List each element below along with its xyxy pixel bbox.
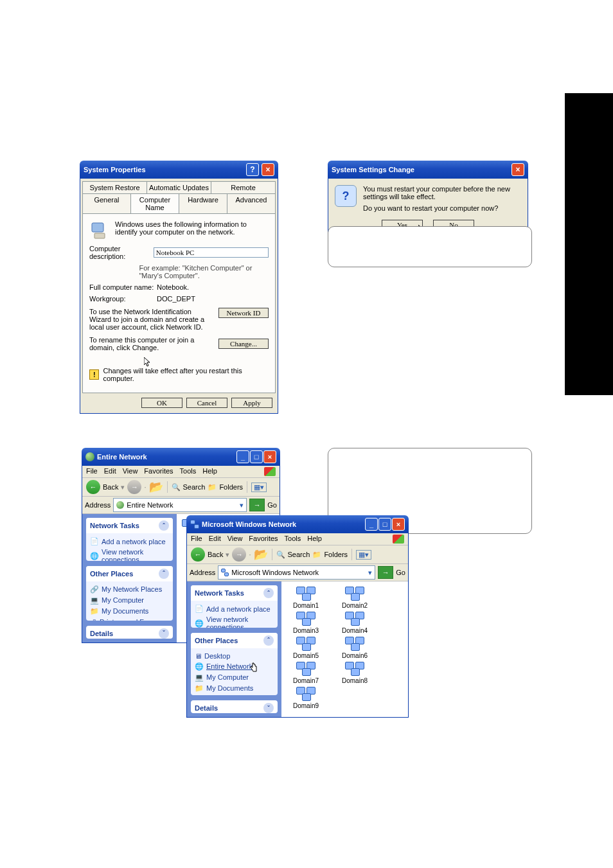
search-icon[interactable]: 🔍 [172, 483, 181, 492]
views-icon[interactable]: ▦▾ [356, 550, 371, 560]
menu-file[interactable]: File [86, 467, 98, 476]
back-icon[interactable]: ← [86, 480, 100, 494]
go-button[interactable]: → [378, 566, 393, 579]
tab-hardware[interactable]: Hardware [179, 193, 227, 213]
chevron-down-icon[interactable]: ˇ [159, 628, 169, 639]
desc-label: Computer description: [89, 245, 154, 260]
tab-automatic-updates[interactable]: Automatic Updates [147, 181, 211, 193]
up-icon[interactable]: 📂 [254, 547, 268, 562]
network-id-button[interactable]: Network ID [218, 308, 269, 318]
restart-warning-text: Changes will take effect after you resta… [103, 367, 269, 382]
chevron-up-icon[interactable]: ˆ [263, 588, 274, 598]
minimize-icon[interactable]: _ [365, 518, 378, 531]
link-my-computer[interactable]: 💻My Computer [90, 595, 169, 606]
maximize-icon[interactable]: □ [378, 518, 391, 531]
domain-item[interactable]: Domain2 [335, 587, 374, 609]
apply-button[interactable]: Apply [231, 398, 272, 408]
link-my-documents[interactable]: 📁My Documents [195, 683, 274, 694]
menu-favorites[interactable]: Favorites [144, 467, 173, 476]
address-input[interactable]: Microsoft Windows Network ▾ [218, 565, 375, 580]
domain-item[interactable]: Domain7 [287, 662, 325, 684]
tab-general[interactable]: General [82, 193, 131, 213]
up-icon[interactable]: 📂 [149, 480, 163, 494]
svg-rect-0 [92, 223, 103, 232]
link-view-network-connections[interactable]: 🌐View network connections [90, 547, 169, 561]
domain-item[interactable]: Domain9 [287, 687, 325, 709]
tab-computer-name[interactable]: Computer Name [130, 193, 179, 213]
chevron-down-icon[interactable]: ▾ [240, 501, 244, 509]
link-printers-faxes[interactable]: 🖨Printers and Faxes [90, 617, 169, 621]
domain-item[interactable]: Domain4 [335, 612, 374, 634]
cancel-button[interactable]: Cancel [186, 398, 227, 408]
menu-edit[interactable]: Edit [209, 535, 221, 544]
chevron-up-icon[interactable]: ˆ [159, 569, 169, 579]
chevron-up-icon[interactable]: ˆ [263, 635, 274, 646]
search-label[interactable]: Search [288, 551, 310, 558]
back-label[interactable]: Back [208, 551, 223, 558]
globe-icon: 🌐 [195, 662, 204, 671]
link-add-network-place[interactable]: 📄Add a network place [90, 536, 169, 547]
folders-icon[interactable]: 📁 [208, 483, 217, 492]
windows-flag-icon [393, 535, 404, 544]
menu-file[interactable]: File [191, 535, 202, 544]
back-label[interactable]: Back [103, 483, 118, 491]
forward-icon[interactable]: → [232, 547, 246, 562]
menu-help[interactable]: Help [307, 535, 322, 544]
chevron-down-icon[interactable]: ▾ [368, 569, 372, 577]
address-input[interactable]: Entire Network ▾ [113, 498, 247, 512]
domain-item[interactable]: Domain5 [287, 637, 325, 659]
titlebar: Microsoft Windows Network _ □ × [186, 515, 409, 533]
go-button[interactable]: → [249, 499, 265, 511]
toolbar: ← Back▾ → · 📂 🔍Search 📁Folders ▦▾ [187, 545, 408, 564]
minimize-icon[interactable]: _ [236, 450, 249, 463]
menu-help[interactable]: Help [202, 467, 217, 476]
search-icon[interactable]: 🔍 [276, 551, 285, 559]
add-place-icon: 📄 [90, 537, 99, 545]
close-icon[interactable]: × [511, 163, 524, 176]
details-panel: Detailsˇ [86, 626, 173, 639]
forward-icon[interactable]: → [127, 480, 141, 494]
computer-icon: 💻 [195, 673, 204, 682]
maximize-icon[interactable]: □ [250, 450, 263, 463]
close-icon[interactable]: × [263, 450, 276, 463]
domain-item[interactable]: Domain1 [287, 587, 325, 609]
menu-favorites[interactable]: Favorites [249, 535, 278, 544]
link-entire-network[interactable]: 🌐Entire Network [195, 661, 274, 672]
link-my-documents[interactable]: 📁My Documents [90, 606, 169, 617]
back-icon[interactable]: ← [191, 547, 205, 562]
ok-button[interactable]: OK [141, 398, 182, 408]
link-my-network-places[interactable]: 🔗My Network Places [90, 584, 169, 595]
tab-system-restore[interactable]: System Restore [82, 181, 147, 193]
tab-remote[interactable]: Remote [211, 181, 276, 193]
chevron-down-icon[interactable]: ˇ [263, 703, 274, 713]
menu-tools[interactable]: Tools [180, 467, 197, 476]
folders-label[interactable]: Folders [324, 551, 348, 558]
domain-item[interactable]: Domain6 [335, 637, 374, 659]
help-icon[interactable]: ? [246, 163, 259, 176]
printer-icon: 🖨 [90, 618, 97, 621]
domain-item[interactable]: Domain8 [335, 662, 374, 684]
folders-label[interactable]: Folders [219, 483, 243, 491]
computer-icon: 💻 [90, 596, 99, 605]
chevron-up-icon[interactable]: ˆ [159, 520, 169, 531]
domain-item[interactable]: Domain3 [287, 612, 325, 634]
windows-flag-icon [264, 467, 276, 476]
menu-view[interactable]: View [123, 467, 138, 476]
computer-description-input[interactable] [154, 247, 269, 258]
change-button[interactable]: Change... [218, 339, 269, 349]
link-add-network-place[interactable]: 📄Add a network place [195, 603, 274, 614]
folders-icon[interactable]: 📁 [312, 551, 321, 559]
menu-view[interactable]: View [227, 535, 243, 544]
link-desktop[interactable]: 🖥Desktop [195, 651, 274, 661]
views-icon[interactable]: ▦▾ [251, 483, 267, 492]
close-icon[interactable]: × [392, 518, 405, 531]
tab-advanced[interactable]: Advanced [227, 193, 276, 213]
link-my-computer[interactable]: 💻My Computer [195, 672, 274, 683]
menu-edit[interactable]: Edit [104, 467, 116, 476]
close-icon[interactable]: × [262, 163, 274, 176]
link-view-network-connections[interactable]: 🌐View network connections [195, 614, 274, 628]
search-label[interactable]: Search [183, 483, 206, 491]
link-printers-faxes[interactable]: 🖨Printers and Faxes [195, 694, 274, 695]
change-text: To rename this computer or join a domain… [89, 336, 218, 351]
menu-tools[interactable]: Tools [285, 535, 301, 544]
